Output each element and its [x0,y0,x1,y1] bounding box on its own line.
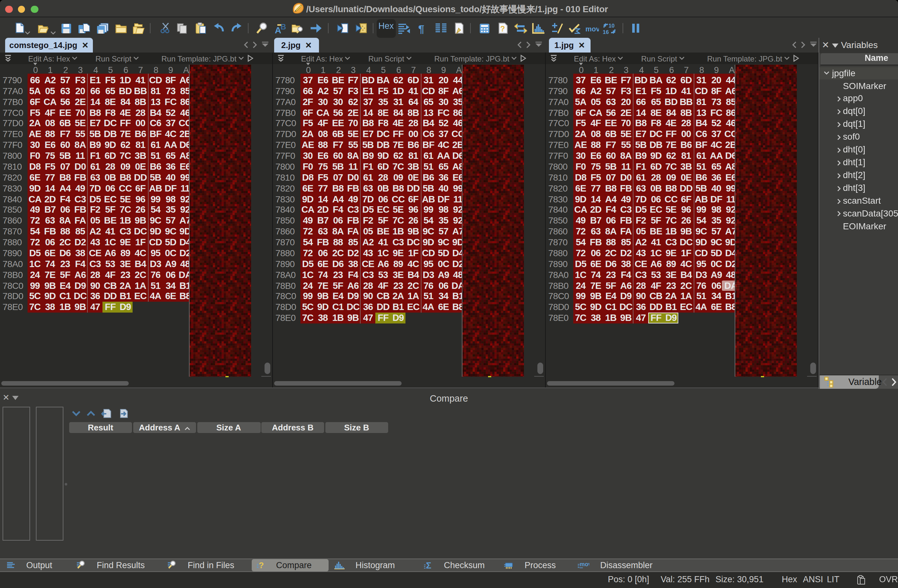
svg-text:¶: ¶ [418,23,424,34]
svg-text:?: ? [500,24,505,33]
svg-text:mov: mov [580,561,589,567]
svg-text:mov: mov [585,25,598,32]
svg-text:10: 10 [609,22,615,29]
svg-text:?: ? [259,560,264,569]
svg-text:B: B [280,23,286,31]
svg-text:Σ: Σ [426,560,431,569]
svg-text:16: 16 [603,29,609,34]
